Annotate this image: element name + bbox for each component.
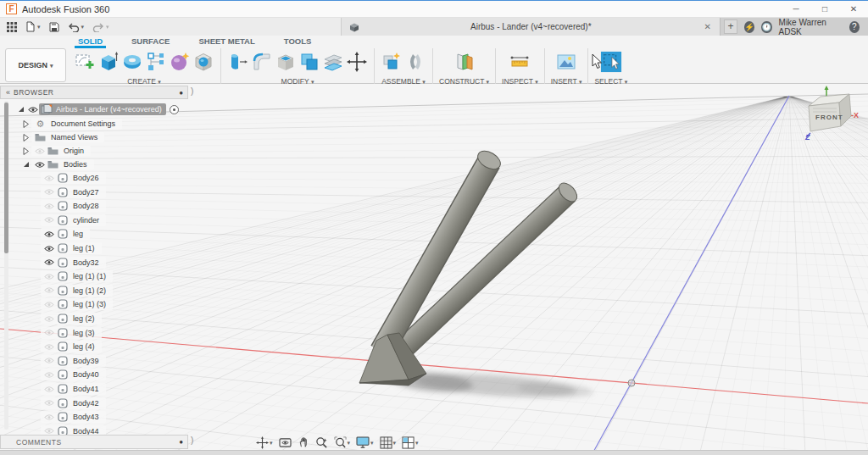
visibility-toggle[interactable] (42, 386, 55, 393)
display-settings-button[interactable]: ▾ (354, 436, 376, 449)
zoom-button[interactable] (314, 436, 330, 450)
visibility-toggle[interactable] (42, 343, 55, 351)
shell-button[interactable] (275, 50, 297, 74)
browser-body-leg-1-1-[interactable]: leg (1) (1) (41, 269, 113, 283)
visibility-toggle[interactable] (42, 273, 55, 280)
job-status-icon[interactable]: 🕐 (761, 21, 771, 33)
visibility-toggle[interactable] (42, 315, 55, 323)
fit-button[interactable]: ▾ (332, 436, 353, 450)
select-button[interactable] (600, 50, 622, 74)
hole-button[interactable] (192, 50, 214, 74)
browser-scrollbar-thumb[interactable] (4, 103, 8, 253)
pan-button[interactable] (296, 436, 311, 449)
tree-node-label[interactable]: Origin (64, 147, 84, 155)
expanded-arrow-icon[interactable] (18, 106, 25, 113)
body-node-label[interactable]: cylinder (73, 216, 99, 225)
minimize-button[interactable]: ─ (782, 1, 810, 17)
body-node-label[interactable]: Body28 (73, 202, 99, 210)
browser-node-named-views[interactable]: Named Views (20, 130, 104, 144)
browser-body-leg-2-[interactable]: leg (2) (41, 312, 102, 325)
collapsed-arrow-icon[interactable] (23, 147, 29, 155)
panel-resize-chevron[interactable]: ) (191, 436, 193, 445)
body-node-label[interactable]: Body39 (73, 357, 99, 365)
visibility-toggle[interactable] (42, 245, 55, 252)
body-node-label[interactable]: leg (1) (2) (73, 286, 106, 295)
visibility-toggle[interactable] (33, 147, 46, 155)
workspace-selector[interactable]: DESIGN ▾ (5, 48, 66, 82)
browser-body-body41[interactable]: Body41 (41, 382, 106, 396)
body-node-label[interactable]: Body43 (73, 413, 99, 421)
visibility-toggle[interactable] (42, 399, 55, 407)
browser-body-leg-1-2-[interactable]: leg (1) (2) (41, 284, 113, 297)
view-cube[interactable]: FRONT -X Z (795, 86, 865, 157)
browser-body-leg-1-[interactable]: leg (1) (41, 241, 102, 255)
visibility-toggle[interactable] (42, 230, 55, 238)
browser-header[interactable]: « BROWSER ● (0, 86, 188, 99)
browser-body-body42[interactable]: Body42 (41, 397, 106, 410)
undo-button[interactable]: ▾ (68, 22, 85, 32)
edit-form-button[interactable] (145, 50, 167, 74)
browser-body-leg[interactable]: leg (41, 227, 90, 241)
visibility-toggle[interactable] (42, 301, 55, 308)
look-at-button[interactable] (277, 436, 293, 449)
move-copy-button[interactable] (346, 50, 368, 74)
visibility-toggle[interactable] (26, 106, 39, 114)
visibility-toggle[interactable] (42, 329, 55, 336)
root-node-label[interactable]: Airbus - Lander (v4~recovered) (56, 105, 162, 114)
panel-resize-chevron[interactable]: ) (191, 86, 193, 96)
browser-body-body26[interactable]: Body26 (41, 171, 106, 185)
data-panel-button[interactable] (7, 22, 17, 32)
extensions-icon[interactable]: ⚡ (744, 21, 754, 33)
visibility-toggle[interactable] (42, 427, 55, 435)
browser-body-body28[interactable]: Body28 (41, 199, 106, 213)
document-tab[interactable]: Airbus - Lander (v4~recovered)* ✕ (341, 18, 721, 36)
new-tab-button[interactable]: + (724, 19, 737, 34)
create-sketch-button[interactable] (74, 50, 96, 74)
visibility-toggle[interactable] (42, 216, 55, 224)
construct-plane-button[interactable] (453, 50, 476, 74)
split-body-button[interactable] (322, 50, 344, 74)
grid-layout-button[interactable]: ▾ (378, 436, 398, 450)
panel-options-icon[interactable]: ● (179, 438, 183, 446)
expanded-arrow-icon[interactable] (23, 161, 30, 168)
close-button[interactable]: ✕ (839, 1, 868, 17)
help-icon[interactable]: ? (849, 21, 860, 33)
body-node-label[interactable]: leg (3) (73, 329, 95, 337)
visibility-toggle[interactable] (42, 357, 55, 364)
body-node-label[interactable]: leg (4) (73, 342, 95, 351)
tree-node-label[interactable]: Bodies (64, 160, 87, 169)
body-node-label[interactable]: leg (2) (73, 314, 95, 323)
user-account-button[interactable]: Mike Warren ADSK (779, 18, 843, 36)
body-node-label[interactable]: Body32 (73, 258, 99, 267)
visibility-toggle[interactable] (42, 188, 55, 196)
body-node-label[interactable]: Body27 (73, 188, 99, 197)
visibility-toggle[interactable] (42, 413, 55, 421)
joint-button[interactable] (404, 50, 426, 74)
create-form-button[interactable] (169, 50, 191, 74)
press-pull-button[interactable] (227, 50, 249, 74)
orbit-button[interactable]: ▾ (254, 436, 275, 450)
browser-body-body43[interactable]: Body43 (41, 410, 106, 424)
browser-body-leg-3-[interactable]: leg (3) (41, 326, 102, 340)
browser-node-bodies[interactable]: Bodies (20, 158, 94, 171)
viewports-button[interactable]: ▾ (400, 436, 420, 450)
tab-surface[interactable]: SURFACE (128, 36, 173, 48)
body-node-label[interactable]: leg (1) (73, 244, 95, 252)
body-node-label[interactable]: Body40 (73, 370, 99, 379)
insert-canvas-button[interactable] (555, 50, 577, 74)
body-node-label[interactable]: Body41 (73, 385, 99, 393)
tab-tools[interactable]: TOOLS (281, 36, 315, 48)
browser-scrollbar[interactable] (4, 101, 8, 430)
fillet-button[interactable] (251, 50, 273, 74)
save-button[interactable] (49, 22, 59, 32)
comments-panel[interactable]: COMMENTS ● (0, 435, 188, 449)
tab-sheet-metal[interactable]: SHEET METAL (195, 36, 258, 48)
combine-button[interactable] (298, 50, 320, 74)
body-node-label[interactable]: Body42 (73, 399, 99, 408)
origin-point[interactable] (628, 380, 635, 386)
browser-body-cylinder[interactable]: cylinder (41, 214, 106, 227)
body-node-label[interactable]: Body26 (73, 174, 99, 182)
collapsed-arrow-icon[interactable] (23, 134, 29, 141)
body-node-label[interactable]: leg (73, 230, 83, 238)
visibility-toggle[interactable] (42, 203, 55, 210)
